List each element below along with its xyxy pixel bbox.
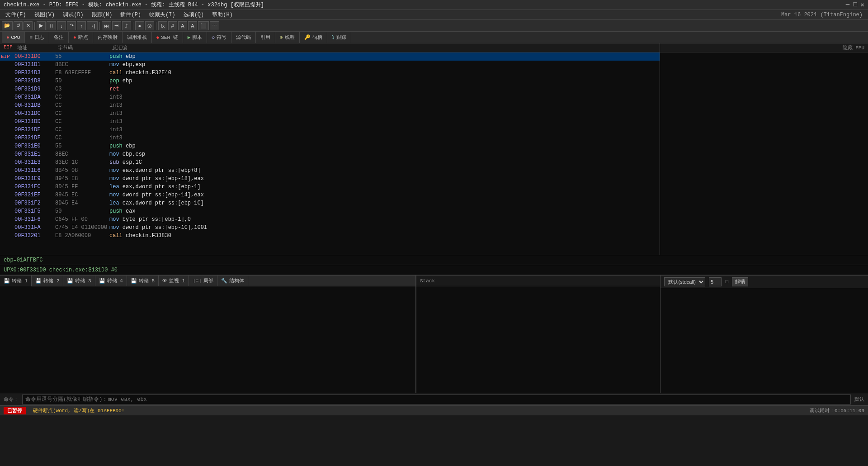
- toolbar-pause[interactable]: ⏸: [47, 21, 56, 30]
- tab-bp[interactable]: ● 断点: [69, 32, 93, 43]
- callstack-unlock-button[interactable]: 解锁: [732, 277, 748, 286]
- tab-sym[interactable]: ◇ 符号: [207, 32, 231, 43]
- disasm-bytes: 8BEC: [55, 62, 109, 68]
- disasm-row[interactable]: 00F331E383EC 1Csub esp,1C: [0, 158, 660, 166]
- disasm-row[interactable]: 00F331DCCCint3: [0, 109, 660, 118]
- tab-cpu[interactable]: ● CPU: [2, 32, 25, 43]
- toolbar-restart[interactable]: ↺: [14, 21, 23, 30]
- callstack-depth-input[interactable]: [709, 277, 722, 286]
- menu-help[interactable]: 帮助(H): [208, 10, 236, 19]
- tab-thread[interactable]: ⊕ 线程: [275, 32, 300, 43]
- toolbar-stepout[interactable]: ↑: [77, 21, 86, 30]
- disasm-row[interactable]: 00F331D85Dpop ebp: [0, 77, 660, 85]
- tab-handle[interactable]: 🔑 句柄: [300, 32, 327, 43]
- menu-debug[interactable]: 调试(D): [59, 10, 87, 19]
- toolbar-search[interactable]: A: [178, 21, 187, 30]
- disasm-row[interactable]: 00F331DACCint3: [0, 93, 660, 101]
- menu-file[interactable]: 文件(F): [2, 10, 30, 19]
- hide-fpu-button[interactable]: 隐藏 FPU: [843, 45, 864, 51]
- menu-trace[interactable]: 跟踪(N): [88, 10, 116, 19]
- menu-view[interactable]: 视图(V): [31, 10, 59, 19]
- disasm-row[interactable]: 00F33201E8 2A060000call checkin.F33830: [0, 232, 660, 240]
- status-paused: 已暂停: [4, 407, 26, 414]
- disasm-bytes: C3: [55, 86, 109, 92]
- disasm-row[interactable]: 00F331D3E8 68FCFFFFcall checkin.F32E40: [0, 69, 660, 77]
- info-bar2: UPX0:00F331D0 checkin.exe:$131D0 #0: [0, 265, 868, 275]
- toolbar-stepover[interactable]: ↷: [67, 21, 76, 30]
- dump-tab-local[interactable]: |=| 局部: [189, 276, 217, 286]
- disasm-row[interactable]: 00F331F28D45 E4lea eax,dword ptr ss:[ebp…: [0, 199, 660, 207]
- toolbar-hwbp[interactable]: ◎: [145, 21, 154, 30]
- tab-log[interactable]: ≡ 日志: [25, 32, 49, 43]
- disasm-addr: 00F331E1: [14, 151, 55, 157]
- disasm-row[interactable]: 00F331DECCint3: [0, 126, 660, 134]
- status-left: 已暂停 硬件断点(word, 读/写)在 01AFFBD0!: [4, 407, 124, 414]
- disasm-row[interactable]: 00F331EF8945 ECmov dword ptr ss:[ebp-14]…: [0, 191, 660, 199]
- disasm-row[interactable]: 00F331F6C645 FF 00mov byte ptr ss:[ebp-1…: [0, 215, 660, 223]
- disasm-row[interactable]: 00F331EC8D45 FFlea eax,dword ptr ss:[ebp…: [0, 183, 660, 191]
- disasm-row[interactable]: 00F331E98945 E8mov dword ptr ss:[ebp-18]…: [0, 175, 660, 183]
- dump-tab-5[interactable]: 💾 转储 5: [127, 276, 159, 286]
- disasm-instr: mov ebp,esp: [109, 62, 145, 68]
- toolbar-runtocursor[interactable]: →|: [87, 21, 98, 30]
- toolbar-ea[interactable]: fx: [158, 21, 167, 30]
- toolbar-hash[interactable]: #: [168, 21, 177, 30]
- tab-src[interactable]: 源代码: [231, 32, 256, 43]
- toolbar-bp[interactable]: ●: [135, 21, 144, 30]
- stack-content[interactable]: [416, 286, 660, 393]
- disasm-row[interactable]: 00F331FAC745 E4 01100000mov dword ptr ss…: [0, 223, 660, 232]
- tab-ref[interactable]: 引用: [256, 32, 275, 43]
- disasm-bytes: E8 2A060000: [55, 233, 109, 239]
- menu-plugin[interactable]: 插件(P): [117, 10, 145, 19]
- menu-fav[interactable]: 收藏夹(I): [146, 10, 179, 19]
- dump-tab-1[interactable]: 💾 转储 1: [0, 276, 32, 286]
- disasm-row[interactable]: 00F331E68B45 08mov eax,dword ptr ss:[ebp…: [0, 166, 660, 175]
- dump-tab-2[interactable]: 💾 转储 2: [32, 276, 63, 286]
- titlebar: checkin.exe - PID: 5FF0 - 模块: checkin.ex…: [0, 0, 868, 10]
- disasm-row[interactable]: 00F331DDCCint3: [0, 118, 660, 126]
- toolbar-trout[interactable]: ⤴: [122, 21, 131, 30]
- disasm-row[interactable]: 00F331E055push ebp: [0, 142, 660, 150]
- tab-callstack[interactable]: 调用堆栈: [123, 32, 152, 43]
- tab-src-label: 源代码: [236, 34, 251, 41]
- disasm-row[interactable]: 00F331DFCCint3: [0, 134, 660, 142]
- toolbar-close[interactable]: ✕: [24, 21, 33, 30]
- callstack-checkbox[interactable]: □: [725, 279, 728, 285]
- disasm-bytes: 8D45 E4: [55, 200, 109, 206]
- disasm-content[interactable]: EIP00F331D055push ebp00F331D18BECmov ebp…: [0, 52, 660, 255]
- toolbar-animate[interactable]: ⏭: [102, 21, 111, 30]
- command-input[interactable]: [22, 395, 851, 404]
- disasm-row[interactable]: 00F331F550push eax: [0, 207, 660, 215]
- dump-tab-4[interactable]: 💾 转储 4: [95, 276, 127, 286]
- callstack-type-select[interactable]: 默认(stdcall): [664, 277, 705, 286]
- dump-tab-3[interactable]: 💾 转储 3: [63, 276, 95, 286]
- close-button[interactable]: ✕: [861, 1, 864, 9]
- toolbar-stepinto[interactable]: ↓: [57, 21, 66, 30]
- toolbar-mem[interactable]: ⬛: [198, 21, 209, 30]
- dump-tab-watch[interactable]: 👁 监视 1: [159, 276, 189, 286]
- tab-trace[interactable]: ⤵ 跟踪: [327, 32, 351, 43]
- minimize-button[interactable]: ─: [846, 1, 849, 9]
- toolbar-run[interactable]: ▶: [37, 21, 46, 30]
- callstack-content[interactable]: [660, 288, 868, 393]
- tab-notes[interactable]: 备注: [49, 32, 69, 43]
- tab-seh[interactable]: ◆ SEH 链: [152, 32, 183, 43]
- hex-content[interactable]: [0, 286, 415, 393]
- disasm-row[interactable]: EIP00F331D055push ebp: [0, 52, 660, 61]
- disasm-row[interactable]: 00F331D9C3ret: [0, 85, 660, 93]
- disasm-instr: int3: [109, 110, 123, 117]
- maximize-button[interactable]: □: [853, 1, 857, 9]
- disasm-row[interactable]: 00F331DBCCint3: [0, 101, 660, 109]
- date-label: Mar 16 2021 (TitanEngine): [781, 12, 866, 18]
- toolbar-more[interactable]: ⋯: [210, 21, 219, 30]
- toolbar-open[interactable]: 📂: [2, 21, 13, 30]
- reg-header: 隐藏 FPU: [660, 43, 868, 52]
- dump-tab-struct[interactable]: 🔧 结构体: [217, 276, 248, 286]
- tab-script[interactable]: ▶ 脚本: [183, 32, 208, 43]
- disasm-row[interactable]: 00F331E18BECmov ebp,esp: [0, 150, 660, 158]
- tab-memmap[interactable]: 内存映射: [93, 32, 123, 43]
- toolbar-search2[interactable]: A: [188, 21, 197, 30]
- menu-options[interactable]: 选项(Q): [180, 10, 208, 19]
- disasm-row[interactable]: 00F331D18BECmov ebp,esp: [0, 61, 660, 69]
- toolbar-trin[interactable]: ⇥: [112, 21, 121, 30]
